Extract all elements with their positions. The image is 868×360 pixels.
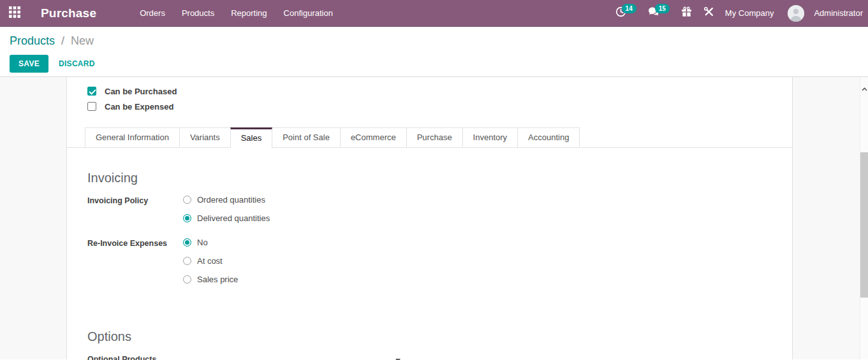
radio-delivered-quantities[interactable]: Delivered quantities bbox=[183, 213, 270, 224]
activities-button[interactable]: 14 bbox=[610, 0, 642, 27]
radio-no[interactable]: No bbox=[183, 237, 238, 248]
control-panel-buttons: SAVE DISCARD bbox=[10, 55, 868, 73]
menu-item-orders[interactable]: Orders bbox=[131, 0, 173, 27]
invoicing-section: Invoicing Invoicing Policy Ordered quant… bbox=[67, 148, 792, 292]
optional-products-field: Optional Products bbox=[87, 353, 792, 360]
reinvoice-expenses-label: Re-Invoice Expenses bbox=[87, 237, 183, 292]
at-cost-label: At cost bbox=[197, 256, 223, 266]
tab-sales[interactable]: Sales bbox=[230, 127, 273, 148]
breadcrumb-products-link[interactable]: Products bbox=[10, 34, 55, 47]
tab-inventory[interactable]: Inventory bbox=[462, 127, 518, 147]
options-section-title: Options bbox=[87, 292, 792, 344]
ordered-quantities-radio-icon[interactable] bbox=[183, 196, 191, 204]
can-be-purchased-row[interactable]: Can be Purchased bbox=[67, 83, 792, 99]
options-section: Options Optional Products bbox=[67, 292, 792, 360]
form-sheet: Can be Purchased Can be Expensed General… bbox=[66, 77, 793, 359]
vertical-scrollbar[interactable] bbox=[860, 77, 868, 359]
optional-products-label: Optional Products bbox=[87, 353, 183, 360]
app-title[interactable]: Purchase bbox=[41, 6, 96, 20]
no-label: No bbox=[197, 238, 208, 247]
breadcrumb-current: New bbox=[71, 34, 94, 47]
company-switcher[interactable]: My Company bbox=[720, 8, 779, 18]
user-menu[interactable]: Administrator bbox=[809, 8, 868, 18]
reinvoice-expenses-options: No At cost Sales price bbox=[183, 237, 238, 292]
tab-variants[interactable]: Variants bbox=[179, 127, 231, 147]
can-be-purchased-checkbox[interactable] bbox=[87, 87, 96, 96]
gift-icon bbox=[681, 6, 692, 20]
scrollbar-thumb[interactable] bbox=[860, 152, 868, 298]
invoicing-policy-field: Invoicing Policy Ordered quantities Deli… bbox=[87, 194, 792, 231]
can-be-purchased-label: Can be Purchased bbox=[105, 87, 177, 96]
invoicing-policy-options: Ordered quantities Delivered quantities bbox=[183, 194, 270, 231]
activities-count-badge: 14 bbox=[622, 4, 636, 13]
messages-count-badge: 15 bbox=[655, 4, 670, 13]
main-menu: Orders Products Reporting Configuration bbox=[131, 0, 341, 27]
optional-products-input[interactable] bbox=[183, 354, 402, 360]
tab-purchase[interactable]: Purchase bbox=[406, 127, 463, 147]
top-navbar: Purchase Orders Products Reporting Confi… bbox=[0, 0, 868, 27]
breadcrumb-separator: / bbox=[58, 34, 68, 47]
apps-grid-icon bbox=[9, 6, 20, 20]
tools-button[interactable] bbox=[698, 0, 720, 27]
can-be-expensed-row[interactable]: Can be Expensed bbox=[67, 99, 792, 114]
menu-item-configuration[interactable]: Configuration bbox=[276, 0, 341, 27]
radio-at-cost[interactable]: At cost bbox=[183, 256, 238, 266]
reinvoice-expenses-field: Re-Invoice Expenses No At cost Sales pri… bbox=[87, 237, 792, 292]
tab-point-of-sale[interactable]: Point of Sale bbox=[272, 127, 341, 147]
promotions-button[interactable] bbox=[675, 0, 698, 27]
delivered-quantities-radio-icon[interactable] bbox=[183, 214, 191, 222]
notebook-tabs: General Information Variants Sales Point… bbox=[67, 127, 792, 148]
user-avatar[interactable] bbox=[788, 5, 804, 22]
control-panel: Products / New SAVE DISCARD bbox=[0, 27, 868, 77]
messages-button[interactable]: 15 bbox=[642, 0, 675, 27]
sales-price-radio-icon[interactable] bbox=[183, 275, 191, 284]
wrench-screwdriver-icon bbox=[703, 6, 714, 20]
tab-accounting[interactable]: Accounting bbox=[517, 127, 580, 147]
invoicing-policy-label: Invoicing Policy bbox=[87, 194, 183, 231]
navbar-systray: 14 15 bbox=[610, 0, 868, 27]
apps-menu-button[interactable] bbox=[0, 0, 29, 27]
menu-item-products[interactable]: Products bbox=[173, 0, 223, 27]
optional-products-input-wrapper bbox=[183, 354, 402, 360]
sales-price-label: Sales price bbox=[197, 275, 238, 284]
at-cost-radio-icon[interactable] bbox=[183, 257, 191, 265]
breadcrumb: Products / New bbox=[10, 34, 868, 48]
content-area: Can be Purchased Can be Expensed General… bbox=[0, 77, 868, 359]
save-button[interactable]: SAVE bbox=[10, 55, 48, 73]
no-radio-icon[interactable] bbox=[183, 238, 191, 247]
scroll-up-arrow-icon[interactable] bbox=[862, 82, 867, 94]
menu-item-reporting[interactable]: Reporting bbox=[223, 0, 275, 27]
delivered-quantities-label: Delivered quantities bbox=[197, 213, 270, 223]
can-be-expensed-label: Can be Expensed bbox=[105, 102, 173, 112]
tab-general-information[interactable]: General Information bbox=[85, 127, 180, 147]
discard-button[interactable]: DISCARD bbox=[59, 59, 95, 68]
tab-ecommerce[interactable]: eCommerce bbox=[340, 127, 407, 147]
radio-sales-price[interactable]: Sales price bbox=[183, 274, 238, 285]
invoicing-section-title: Invoicing bbox=[87, 148, 792, 185]
can-be-expensed-checkbox[interactable] bbox=[87, 102, 96, 111]
radio-ordered-quantities[interactable]: Ordered quantities bbox=[183, 194, 270, 205]
ordered-quantities-label: Ordered quantities bbox=[197, 195, 265, 205]
